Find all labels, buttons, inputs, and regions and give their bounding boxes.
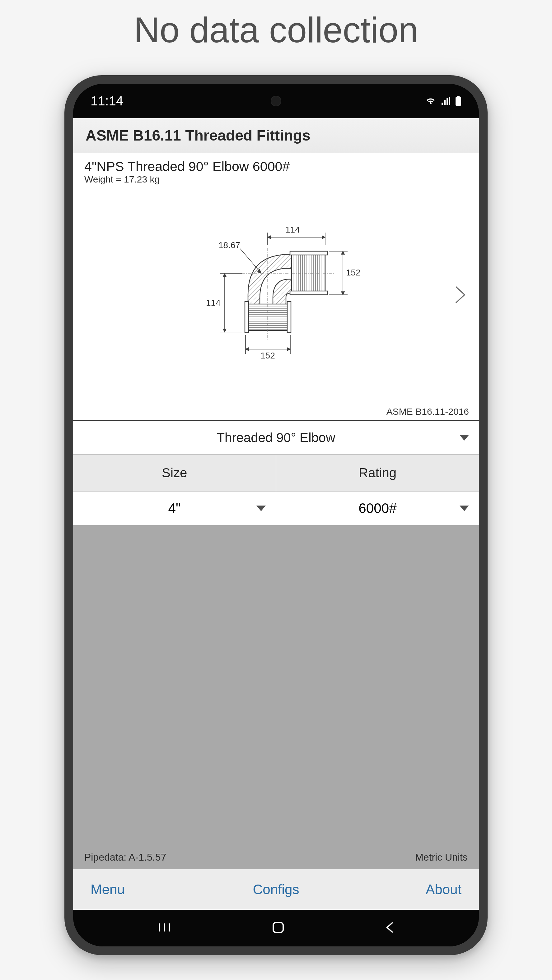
svg-rect-1	[456, 97, 461, 106]
dim-radius: 18.67	[219, 240, 240, 250]
svg-rect-10	[290, 291, 327, 295]
status-bar: 11:14	[73, 84, 479, 118]
empty-area	[73, 525, 479, 848]
chevron-down-icon	[257, 506, 266, 511]
android-nav-bar	[73, 910, 479, 947]
bottom-tab-bar: Menu Configs About	[73, 869, 479, 910]
rating-header: Rating	[276, 455, 479, 492]
fitting-title: 4"NPS Threaded 90° Elbow 6000#	[85, 159, 467, 174]
home-button[interactable]	[272, 921, 285, 935]
clock: 11:14	[91, 94, 123, 108]
svg-marker-19	[268, 235, 271, 239]
svg-rect-8	[292, 253, 325, 293]
svg-marker-30	[223, 329, 226, 332]
svg-marker-24	[341, 251, 345, 255]
svg-rect-41	[273, 923, 283, 932]
chevron-down-icon	[459, 506, 469, 511]
next-button[interactable]	[454, 285, 466, 305]
svg-rect-13	[287, 302, 291, 332]
signal-icon	[441, 97, 450, 105]
svg-line-36	[240, 249, 261, 273]
page-title: ASME B16.11 Threaded Fittings	[86, 127, 466, 144]
svg-marker-20	[322, 235, 325, 239]
phone-screen: 11:14 ASME B16.11 Threaded	[73, 84, 479, 947]
chevron-down-icon	[459, 435, 469, 441]
rating-dropdown[interactable]: 6000#	[276, 492, 479, 525]
drawing-area: 114 152 114 152 18.67	[73, 186, 479, 404]
svg-marker-34	[246, 348, 249, 351]
spec-reference: ASME B16.11-2016	[73, 404, 479, 421]
content-panel: 4"NPS Threaded 90° Elbow 6000# Weight = …	[73, 153, 479, 421]
fitting-type-dropdown[interactable]: Threaded 90° Elbow	[73, 421, 479, 455]
size-value: 4"	[168, 501, 180, 516]
battery-icon	[455, 96, 461, 106]
front-camera	[271, 96, 281, 107]
wifi-icon	[425, 97, 436, 105]
svg-marker-35	[287, 348, 290, 351]
phone-frame: 11:14 ASME B16.11 Threaded	[64, 75, 488, 955]
rating-value: 6000#	[359, 501, 396, 516]
about-tab[interactable]: About	[338, 882, 461, 897]
svg-rect-0	[457, 96, 459, 97]
back-button[interactable]	[385, 921, 394, 935]
fitting-weight: Weight = 17.23 kg	[85, 174, 467, 185]
svg-rect-12	[245, 302, 249, 332]
dim-top: 114	[286, 225, 300, 234]
svg-marker-25	[341, 292, 345, 295]
dim-bottom: 152	[260, 351, 275, 360]
fitting-drawing: 114 152 114 152 18.67	[167, 202, 385, 389]
size-header: Size	[73, 455, 276, 492]
headline: No data collection	[0, 0, 552, 75]
menu-tab[interactable]: Menu	[91, 882, 214, 897]
units-label: Metric Units	[415, 851, 467, 863]
size-dropdown[interactable]: 4"	[73, 492, 276, 525]
configs-tab[interactable]: Configs	[214, 882, 338, 897]
svg-rect-11	[248, 304, 288, 331]
footer-info: Pipedata: A-1.5.57 Metric Units	[73, 848, 479, 869]
dim-right: 152	[346, 268, 361, 277]
fitting-type-label: Threaded 90° Elbow	[217, 430, 335, 445]
dim-left: 114	[206, 298, 221, 307]
svg-marker-29	[223, 274, 226, 277]
app-header: ASME B16.11 Threaded Fittings	[73, 118, 479, 153]
recents-button[interactable]	[158, 922, 171, 934]
svg-rect-9	[290, 251, 327, 255]
size-rating-table: Size 4" Rating 6000#	[73, 455, 479, 525]
pipedata-version: Pipedata: A-1.5.57	[85, 851, 166, 863]
